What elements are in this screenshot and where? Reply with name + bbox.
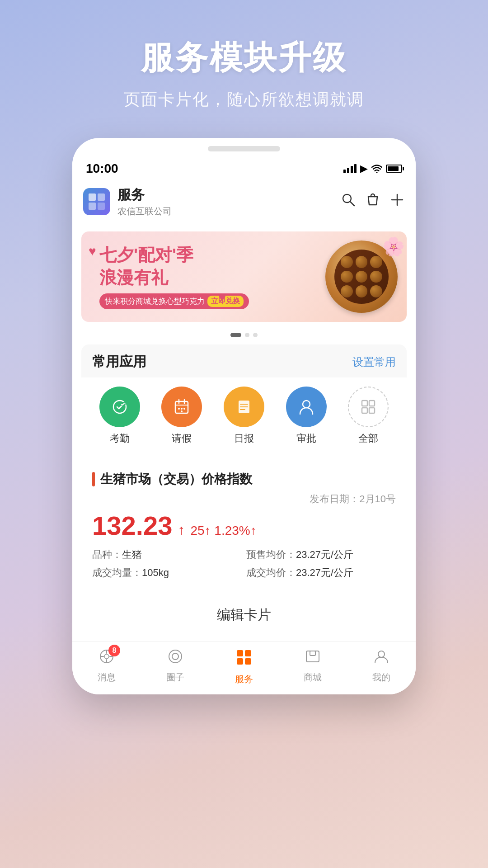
app-header: 服务 农信互联公司	[72, 179, 416, 224]
app-item-approval[interactable]: 审批	[286, 387, 327, 445]
page-bg-subtitle: 页面卡片化，随心所欲想调就调	[124, 89, 364, 111]
message-badge: 8	[108, 645, 120, 656]
status-icons: ▶︎	[343, 163, 402, 175]
market-change: 25↑ 1.23%↑	[190, 524, 256, 538]
service-icon	[235, 648, 253, 670]
page-bg-title: 服务模块升级	[124, 36, 364, 80]
svg-point-0	[376, 172, 378, 173]
person-icon	[373, 648, 389, 669]
app-title-block: 服务 农信互联公司	[117, 186, 341, 217]
svg-rect-26	[362, 408, 367, 413]
set-common-button[interactable]: 设置常用	[352, 355, 396, 369]
section-title: 常用应用	[92, 353, 146, 371]
message-icon: 8	[99, 648, 115, 669]
banner-dots	[81, 329, 407, 339]
nav-my[interactable]: 我的	[354, 648, 408, 685]
app-item-leave[interactable]: 请假	[161, 387, 202, 445]
bag-icon[interactable]	[365, 192, 380, 211]
svg-rect-36	[237, 650, 243, 656]
svg-point-23	[303, 401, 310, 408]
svg-point-15	[178, 408, 180, 410]
svg-rect-2	[98, 193, 105, 201]
app-title: 服务	[117, 186, 341, 204]
market-title: 生猪市场（交易）价格指数	[100, 471, 252, 488]
svg-rect-38	[237, 658, 243, 665]
signal-icon	[343, 164, 357, 173]
detail-trade-price: 成交均价：23.27元/公斤	[246, 566, 396, 580]
bottom-nav: 8 消息 圈子 服务	[72, 642, 416, 694]
common-apps-section: 常用应用 设置常用 考勤	[81, 344, 407, 456]
market-price: 132.23	[92, 510, 172, 541]
market-indicator	[92, 472, 95, 486]
svg-point-17	[183, 408, 185, 410]
nav-circle[interactable]: 圈子	[148, 648, 202, 685]
dot-2	[245, 333, 249, 337]
section-header: 常用应用 设置常用	[81, 344, 407, 377]
edit-card-button[interactable]: 编辑卡片	[81, 594, 407, 636]
market-card-header: 生猪市场（交易）价格指数	[92, 471, 396, 488]
detail-volume: 成交均量：105kg	[92, 566, 242, 580]
leave-label: 请假	[172, 432, 192, 445]
detail-breed: 品种：生猪	[92, 548, 242, 561]
nav-messages[interactable]: 8 消息	[80, 648, 134, 685]
app-item-daily[interactable]: 日报	[224, 387, 264, 445]
svg-point-42	[378, 651, 385, 657]
approval-label: 审批	[296, 432, 316, 445]
svg-rect-4	[98, 203, 105, 210]
svg-rect-27	[369, 408, 375, 413]
svg-rect-25	[369, 401, 375, 406]
add-icon[interactable]	[389, 192, 405, 211]
market-date: 发布日期：2月10号	[92, 492, 396, 506]
svg-point-34	[169, 650, 182, 663]
svg-point-29	[104, 654, 109, 659]
wifi-icon	[371, 164, 382, 173]
svg-rect-37	[245, 650, 251, 656]
market-card: 生猪市场（交易）价格指数 发布日期：2月10号 132.23 ↑ 25↑ 1.2…	[81, 462, 407, 589]
banner-title-line2: 浪漫有礼	[99, 267, 305, 289]
daily-icon	[224, 387, 264, 427]
nav-shop[interactable]: 商城	[286, 648, 340, 685]
detail-presale: 预售均价：23.27元/公斤	[246, 548, 396, 561]
nav-service-label: 服务	[235, 673, 253, 685]
wifi-icon: ▶︎	[360, 163, 368, 175]
app-logo	[83, 188, 110, 215]
market-price-row: 132.23 ↑ 25↑ 1.23%↑	[92, 510, 396, 541]
apps-grid: 考勤 请假	[81, 377, 407, 456]
svg-line-6	[350, 202, 354, 206]
battery-icon	[386, 165, 402, 173]
banner-sub-text: 快来积分商城兑换心型巧克力	[105, 296, 205, 307]
search-icon[interactable]	[341, 192, 356, 211]
up-arrow: ↑	[178, 522, 185, 538]
nav-service[interactable]: 服务	[217, 648, 271, 685]
market-details: 品种：生猪 预售均价：23.27元/公斤 成交均量：105kg 成交均价：23.…	[92, 548, 396, 580]
attendance-label: 考勤	[110, 432, 130, 445]
dot-1	[230, 333, 241, 337]
phone-mockup: 10:00 ▶︎	[72, 138, 416, 694]
all-icon	[348, 387, 389, 427]
attendance-icon	[99, 387, 140, 427]
svg-rect-40	[306, 651, 319, 662]
banner-title-line1: 七夕'配对'季	[99, 244, 305, 266]
all-label: 全部	[358, 432, 378, 445]
phone-notch	[208, 146, 280, 151]
circle-icon	[167, 648, 183, 669]
dot-3	[253, 333, 258, 337]
shop-icon	[305, 648, 321, 669]
nav-messages-label: 消息	[98, 671, 116, 684]
svg-point-35	[172, 653, 178, 660]
svg-rect-3	[89, 203, 96, 210]
svg-rect-1	[89, 193, 96, 201]
banner[interactable]: ♥ ♥ 七夕'配对'季 浪漫有礼 快来积分商城兑换心型巧克力 立即兑换	[81, 231, 407, 322]
status-bar: 10:00 ▶︎	[72, 156, 416, 179]
leave-icon	[161, 387, 202, 427]
nav-my-label: 我的	[372, 671, 390, 684]
svg-point-16	[181, 408, 183, 410]
app-item-attendance[interactable]: 考勤	[99, 387, 140, 445]
app-item-all[interactable]: 全部	[348, 387, 389, 445]
daily-label: 日报	[234, 432, 254, 445]
svg-rect-39	[245, 658, 251, 665]
page-header: 服务模块升级 页面卡片化，随心所欲想调就调	[106, 0, 382, 129]
app-header-icons[interactable]	[341, 192, 405, 211]
app-subtitle: 农信互联公司	[117, 205, 341, 217]
nav-shop-label: 商城	[304, 671, 322, 684]
